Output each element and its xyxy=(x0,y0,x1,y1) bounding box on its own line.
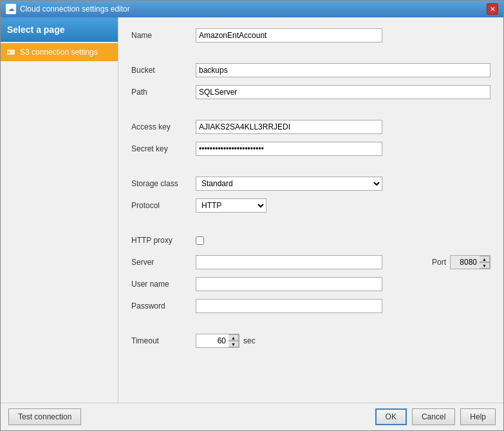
title-bar-left: ☁ Cloud connection settings editor xyxy=(6,4,130,14)
user-name-label: User name xyxy=(131,280,189,289)
bucket-label: Bucket xyxy=(131,66,189,75)
timeout-down-button[interactable]: ▼ xyxy=(229,341,239,347)
sidebar-item-s3[interactable]: S3 connection settings xyxy=(1,43,118,61)
timeout-label: Timeout xyxy=(131,336,189,345)
body: Select a page S3 connection settings Nam… xyxy=(1,17,503,403)
window-title: Cloud connection settings editor xyxy=(20,5,130,14)
bucket-input[interactable] xyxy=(196,63,490,77)
password-row: Password xyxy=(131,298,490,314)
close-button[interactable]: ✕ xyxy=(487,3,498,15)
test-connection-button[interactable]: Test connection xyxy=(8,408,81,425)
footer: Test connection OK Cancel Help xyxy=(1,403,503,430)
name-label: Name xyxy=(131,31,189,40)
port-input-wrapper: ▲ ▼ xyxy=(450,255,490,269)
help-button[interactable]: Help xyxy=(460,408,496,425)
cancel-button[interactable]: Cancel xyxy=(412,408,455,425)
access-key-input[interactable] xyxy=(196,120,382,134)
storage-class-label: Storage class xyxy=(131,179,189,188)
path-label: Path xyxy=(131,88,189,97)
sec-label: sec xyxy=(243,336,256,345)
access-key-label: Access key xyxy=(131,122,189,131)
secret-key-input[interactable] xyxy=(196,142,382,156)
main-content: Name Bucket Path Access key xyxy=(118,17,503,403)
http-proxy-label: HTTP proxy xyxy=(131,236,189,245)
server-row: Server Port ▲ ▼ xyxy=(131,254,490,270)
port-input[interactable] xyxy=(451,256,480,269)
port-up-button[interactable]: ▲ xyxy=(480,256,490,262)
name-input[interactable] xyxy=(196,28,382,43)
title-bar: ☁ Cloud connection settings editor ✕ xyxy=(1,1,503,17)
server-input[interactable] xyxy=(196,255,382,269)
port-label: Port xyxy=(432,258,446,267)
storage-class-select-wrapper: Standard Reduced Redundancy Glacier xyxy=(196,177,382,191)
name-row: Name xyxy=(131,28,490,43)
port-group: Port ▲ ▼ xyxy=(432,255,490,269)
storage-class-select[interactable]: Standard Reduced Redundancy Glacier xyxy=(196,177,382,191)
path-row: Path xyxy=(131,84,490,100)
ok-button[interactable]: OK xyxy=(375,408,407,425)
svg-point-1 xyxy=(8,52,10,53)
server-label: Server xyxy=(131,258,189,267)
sidebar-header: Select a page xyxy=(1,17,118,42)
timeout-row: Timeout ▲ ▼ sec xyxy=(131,333,490,349)
timeout-spinner: ▲ ▼ xyxy=(229,334,239,347)
http-proxy-row: HTTP proxy xyxy=(131,233,490,248)
port-spinner: ▲ ▼ xyxy=(480,256,490,269)
timeout-input-wrapper: ▲ ▼ xyxy=(196,334,239,348)
http-proxy-checkbox-wrapper xyxy=(196,236,204,245)
secret-key-label: Secret key xyxy=(131,144,189,153)
access-key-row: Access key xyxy=(131,119,490,135)
timeout-group: ▲ ▼ sec xyxy=(196,334,256,348)
password-label: Password xyxy=(131,302,189,311)
protocol-select-wrapper: HTTP HTTPS xyxy=(196,198,266,213)
bucket-row: Bucket xyxy=(131,62,490,78)
timeout-up-button[interactable]: ▲ xyxy=(229,334,239,341)
storage-class-row: Storage class Standard Reduced Redundanc… xyxy=(131,176,490,191)
user-name-row: User name xyxy=(131,276,490,292)
protocol-label: Protocol xyxy=(131,201,189,210)
protocol-select[interactable]: HTTP HTTPS xyxy=(196,198,266,213)
port-down-button[interactable]: ▼ xyxy=(480,262,490,269)
sidebar: Select a page S3 connection settings xyxy=(1,17,118,403)
secret-key-row: Secret key xyxy=(131,141,490,157)
password-input[interactable] xyxy=(196,299,382,313)
user-name-input[interactable] xyxy=(196,277,382,291)
s3-icon xyxy=(6,47,16,57)
timeout-input[interactable] xyxy=(196,334,229,347)
main-window: ☁ Cloud connection settings editor ✕ Sel… xyxy=(0,0,504,431)
path-input[interactable] xyxy=(196,85,490,99)
footer-right: OK Cancel Help xyxy=(375,408,496,425)
window-icon: ☁ xyxy=(6,4,16,14)
http-proxy-checkbox[interactable] xyxy=(196,236,204,245)
protocol-row: Protocol HTTP HTTPS xyxy=(131,198,490,213)
sidebar-item-label: S3 connection settings xyxy=(20,48,98,57)
